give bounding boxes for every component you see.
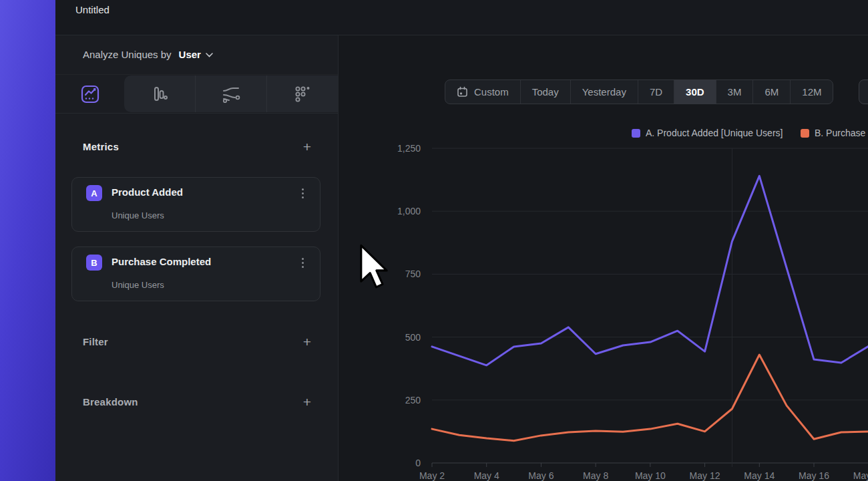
range-custom-label: Custom (474, 86, 509, 98)
legend-swatch-purple (632, 129, 640, 138)
metric-title-b: Purchase Completed (112, 256, 211, 267)
chart-type-tabs (55, 75, 338, 114)
range-12m-label: 12M (802, 86, 821, 98)
range-3m[interactable]: 3M (716, 80, 754, 104)
range-7d-label: 7D (650, 86, 662, 98)
metric-title-a: Product Added (112, 186, 183, 198)
add-metric-button[interactable]: + (303, 142, 311, 152)
metric-card-b[interactable]: B Purchase Completed Unique Users (71, 247, 320, 301)
tab-bar-chart[interactable] (124, 75, 196, 112)
range-yesterday[interactable]: Yesterday (571, 80, 638, 104)
breakdown-header: Breakdown + (83, 396, 311, 408)
add-breakdown-button[interactable]: + (303, 397, 311, 408)
tab-dot-grid-chart[interactable] (267, 75, 338, 112)
metric-subtitle-b: Unique Users (112, 280, 164, 290)
legend-label-b: B. Purchase Completed [Unique Users] (815, 128, 868, 138)
top-bar: Untitled (55, 0, 868, 35)
filter-header: Filter + (83, 336, 311, 347)
tab-line-chart-selected[interactable] (55, 75, 124, 113)
compare-button[interactable]: Compare (859, 79, 868, 104)
chart-legend: A. Product Added [Unique Users] B. Purch… (339, 128, 868, 140)
range-yesterday-label: Yesterday (582, 86, 626, 98)
metric-subtitle-a: Unique Users (112, 210, 164, 220)
screen: Untitled Analyze Uniques by User (0, 0, 868, 481)
metric-badge-a: A (86, 185, 102, 201)
dot-grid-icon (292, 84, 312, 104)
range-custom[interactable]: Custom (445, 80, 521, 104)
legend-swatch-orange (801, 129, 809, 138)
analytics-app-window: Untitled Analyze Uniques by User (55, 0, 868, 481)
metric-badge-b: B (86, 255, 102, 271)
range-6m-label: 6M (765, 86, 779, 98)
legend-label-a: A. Product Added [Unique Users] (646, 128, 783, 138)
bar-chart-icon (150, 84, 170, 104)
legend-item-b: B. Purchase Completed [Unique Users] (801, 128, 868, 138)
analyze-by-row: Analyze Uniques by User (55, 35, 338, 75)
chevron-down-icon (206, 53, 213, 57)
range-30d[interactable]: 30D (674, 80, 716, 104)
filter-title: Filter (83, 336, 108, 347)
range-3m-label: 3M (728, 86, 742, 98)
add-filter-button[interactable]: + (303, 337, 311, 347)
metrics-header: Metrics + (83, 141, 311, 152)
desktop-gradient-strip (0, 0, 55, 481)
chart-type-tabstrip (124, 75, 338, 112)
analyze-by-value-dropdown[interactable]: User (179, 49, 201, 60)
range-12m[interactable]: 12M (791, 80, 833, 104)
legend-item-a: A. Product Added [Unique Users] (632, 128, 783, 138)
chart-panel: Custom Today Yesterday 7D 30D 3M 6M 12M … (339, 35, 868, 481)
analyze-by-label: Analyze Uniques by (83, 49, 172, 60)
line-chart-icon (79, 84, 101, 105)
range-7d[interactable]: 7D (638, 80, 674, 104)
query-sidebar: Analyze Uniques by User (55, 35, 339, 481)
range-6m[interactable]: 6M (753, 80, 791, 104)
flow-chart-icon (220, 84, 242, 104)
range-today-label: Today (532, 86, 559, 98)
calendar-icon (457, 86, 468, 98)
breakdown-title: Breakdown (83, 396, 138, 408)
metric-card-a[interactable]: A Product Added Unique Users (71, 177, 320, 232)
report-title[interactable]: Untitled (75, 4, 110, 15)
date-range-control: Custom Today Yesterday 7D 30D 3M 6M 12M (445, 79, 833, 104)
range-30d-label: 30D (686, 86, 704, 98)
metrics-title: Metrics (83, 141, 119, 152)
metric-options-icon[interactable] (297, 256, 308, 269)
range-today[interactable]: Today (521, 80, 571, 104)
metric-options-icon[interactable] (297, 186, 308, 200)
tab-flow-chart[interactable] (196, 75, 267, 112)
